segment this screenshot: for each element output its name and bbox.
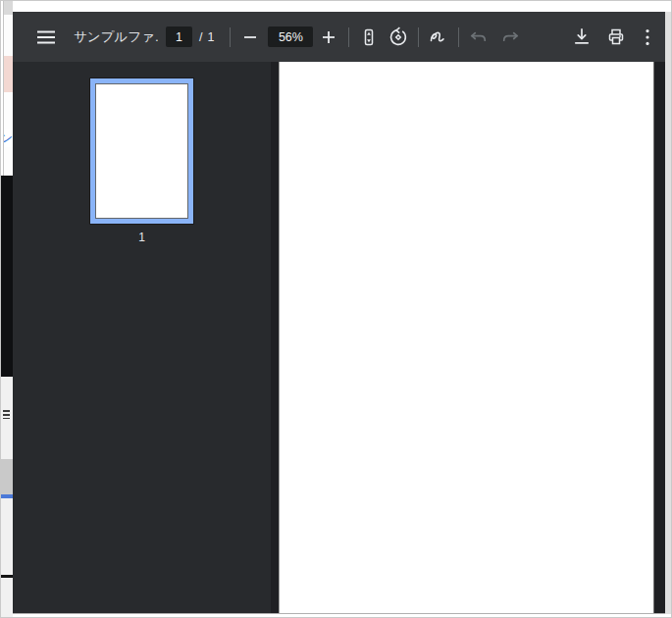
page-fragment (4, 15, 13, 56)
thumbnail-page-1[interactable] (90, 78, 193, 224)
document-page[interactable] (279, 62, 654, 613)
viewer-content: 1 (13, 62, 665, 613)
download-button[interactable] (570, 26, 594, 49)
document-title: サンプルファ... (74, 28, 158, 46)
plus-icon (317, 26, 340, 49)
more-options-button[interactable] (638, 26, 657, 49)
undo-button[interactable] (467, 26, 491, 49)
annotate-button[interactable] (427, 26, 450, 49)
fit-page-icon (357, 26, 381, 49)
toolbar-separator (458, 27, 459, 47)
page-divider: / (199, 30, 202, 44)
three-dot-menu-icon (638, 26, 657, 49)
page-fragment-text-block (3, 410, 10, 419)
zoom-out-button[interactable] (238, 26, 262, 49)
outer-page-scrollbar[interactable] (665, 12, 671, 614)
page-fragment-border (3, 1, 4, 176)
page-fragment-dark (1, 176, 13, 377)
toolbar-separator (418, 27, 419, 47)
page-fragment-blue-line (1, 494, 13, 498)
page-fragment-gray-block (1, 459, 13, 494)
page-fragment-pink (4, 56, 13, 92)
fit-page-button[interactable] (357, 26, 381, 49)
canvas-background-left (271, 62, 279, 613)
rotate-button[interactable] (387, 26, 410, 49)
download-icon (570, 26, 594, 49)
undo-icon (467, 26, 491, 49)
redo-icon (498, 26, 522, 49)
page-fragment-dark-line (1, 575, 13, 578)
rotate-ccw-icon (387, 26, 410, 49)
menu-button[interactable] (34, 26, 58, 49)
hamburger-icon (37, 30, 55, 44)
zoom-level-input[interactable] (268, 26, 313, 47)
minus-icon (238, 26, 262, 49)
pdf-toolbar: サンプルファ... / 1 (13, 12, 665, 62)
background-page-sliver: ン (1, 1, 13, 617)
page-fragment-link-text: ン (4, 129, 13, 147)
pdf-viewer: サンプルファ... / 1 (13, 12, 665, 614)
canvas-background-right (654, 62, 665, 613)
screenshot-root: ン サンプルファ... / 1 (0, 0, 672, 618)
redo-button[interactable] (498, 26, 522, 49)
page-number-input[interactable] (166, 26, 192, 47)
zoom-in-button[interactable] (317, 26, 340, 49)
toolbar-separator (348, 27, 349, 47)
thumbnail-page-label: 1 (90, 231, 193, 244)
page-fragment (4, 147, 13, 176)
page-fragment (4, 1, 13, 15)
printer-icon (604, 26, 628, 49)
page-total: 1 (207, 30, 214, 44)
print-button[interactable] (604, 26, 628, 49)
page-fragment (4, 92, 13, 129)
thumbnail-panel: 1 (13, 62, 271, 613)
ink-pen-icon (427, 26, 450, 49)
toolbar-separator (230, 27, 231, 47)
